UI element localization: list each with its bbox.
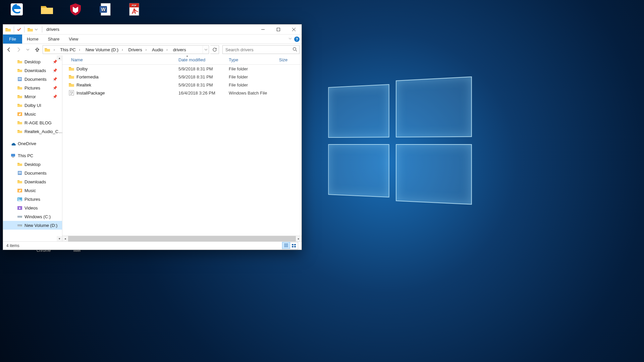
titlebar[interactable]: drivers bbox=[3, 24, 302, 35]
desktop-icon-word[interactable]: W bbox=[92, 2, 119, 18]
nav-pc-item[interactable]: Desktop bbox=[3, 160, 62, 169]
file-row[interactable]: Fortemedia5/9/2018 8:31 PMFile folder bbox=[62, 73, 302, 81]
folder-icon bbox=[17, 162, 22, 167]
scroll-down-button[interactable]: ▾ bbox=[57, 236, 62, 241]
windows-logo-bg bbox=[328, 80, 472, 208]
nav-pc-item[interactable]: Windows (C:) bbox=[3, 212, 62, 221]
chevron-down-icon[interactable] bbox=[203, 46, 209, 54]
desktop-icon-mcafee[interactable] bbox=[62, 2, 89, 18]
nav-quick-item[interactable]: Desktop📌 bbox=[3, 57, 62, 66]
nav-quick-item[interactable]: R-AGE BLOG bbox=[3, 118, 62, 127]
chevron-right-icon[interactable]: › bbox=[77, 48, 82, 52]
nav-pc-item[interactable]: Music bbox=[3, 186, 62, 195]
chevron-right-icon[interactable]: › bbox=[52, 48, 57, 52]
breadcrumb-segment[interactable]: New Volume (D:) bbox=[82, 46, 120, 54]
svg-rect-14 bbox=[12, 157, 14, 158]
nav-quick-item[interactable]: Realtek_Audio_C… bbox=[3, 127, 62, 136]
library-icon bbox=[17, 76, 22, 82]
svg-rect-31 bbox=[292, 244, 293, 245]
tab-home[interactable]: Home bbox=[22, 35, 43, 44]
folder-icon bbox=[17, 94, 22, 99]
scroll-right-button[interactable]: ▸ bbox=[296, 236, 302, 242]
nav-quick-item[interactable]: Documents📌 bbox=[3, 75, 62, 83]
file-row[interactable]: InstallPackage16/4/2018 3:26 PMWindows B… bbox=[62, 89, 302, 97]
nav-item-label: Mirror bbox=[24, 94, 36, 99]
thumbnails-view-button[interactable] bbox=[290, 242, 298, 249]
nav-pc-item[interactable]: Documents bbox=[3, 169, 62, 177]
help-button[interactable]: ? bbox=[294, 37, 300, 42]
refresh-button[interactable] bbox=[210, 45, 219, 54]
back-button[interactable] bbox=[5, 46, 13, 54]
address-bar[interactable]: › This PC › New Volume (D:) › Drivers › … bbox=[43, 45, 209, 54]
svg-rect-26 bbox=[17, 225, 22, 225]
quick-access-toolbar bbox=[3, 26, 40, 33]
file-row[interactable]: Dolby5/9/2018 8:31 PMFile folder bbox=[62, 65, 302, 73]
close-button[interactable] bbox=[286, 24, 302, 35]
desktop-icon-pdf[interactable]: PDF bbox=[121, 2, 148, 18]
minimize-button[interactable] bbox=[255, 24, 271, 35]
desktop-icon-folder[interactable] bbox=[34, 2, 60, 18]
nav-item-label: Music bbox=[24, 188, 36, 193]
column-date[interactable]: Date modified bbox=[176, 57, 226, 62]
up-button[interactable] bbox=[33, 46, 41, 54]
nav-quick-item[interactable]: Music bbox=[3, 110, 62, 118]
search-box[interactable] bbox=[222, 45, 300, 54]
desktop-icon-edge[interactable] bbox=[3, 2, 30, 18]
nav-quick-item[interactable]: Downloads📌 bbox=[3, 66, 62, 75]
tab-share[interactable]: Share bbox=[43, 35, 64, 44]
nav-item-label: Desktop bbox=[24, 59, 41, 64]
scroll-up-button[interactable]: ▴ bbox=[57, 55, 62, 61]
file-row[interactable]: Realtek5/9/2018 8:31 PMFile folder bbox=[62, 81, 302, 89]
breadcrumb-segment[interactable]: Audio bbox=[149, 46, 164, 54]
file-type: File folder bbox=[226, 74, 276, 79]
videos-icon bbox=[17, 205, 22, 210]
horizontal-scrollbar[interactable]: ◂ ▸ bbox=[62, 236, 302, 241]
chevron-down-icon[interactable] bbox=[288, 37, 292, 42]
nav-this-pc[interactable]: This PC bbox=[3, 151, 62, 160]
column-type[interactable]: Type bbox=[226, 57, 276, 62]
svg-point-8 bbox=[293, 47, 296, 50]
nav-pc-item[interactable]: Downloads bbox=[3, 177, 62, 186]
forward-button[interactable] bbox=[14, 46, 22, 54]
maximize-button[interactable] bbox=[271, 24, 286, 35]
svg-rect-23 bbox=[17, 216, 22, 217]
breadcrumb-segment[interactable]: This PC bbox=[57, 46, 77, 54]
folder-icon bbox=[17, 59, 22, 64]
nav-quick-item[interactable]: Pictures📌 bbox=[3, 83, 62, 92]
nav-item-label: Videos bbox=[24, 205, 38, 210]
search-input[interactable] bbox=[223, 47, 299, 52]
nav-pc-item[interactable]: Videos bbox=[3, 203, 62, 212]
breadcrumb-segment[interactable]: Drivers bbox=[125, 46, 144, 54]
column-size[interactable]: Size bbox=[276, 57, 297, 62]
chevron-right-icon[interactable]: › bbox=[144, 48, 149, 52]
file-name: Dolby bbox=[76, 66, 176, 71]
file-list[interactable]: Dolby5/9/2018 8:31 PMFile folderFortemed… bbox=[62, 65, 302, 236]
nav-pc-item[interactable]: New Volume (D:) bbox=[3, 221, 62, 230]
checkmark-icon[interactable] bbox=[17, 27, 21, 32]
nav-row: › This PC › New Volume (D:) › Drivers › … bbox=[3, 44, 302, 55]
tab-file[interactable]: File bbox=[3, 35, 22, 44]
tab-view[interactable]: View bbox=[64, 35, 83, 44]
nav-onedrive[interactable]: OneDrive bbox=[3, 139, 62, 148]
shield-icon bbox=[68, 2, 83, 17]
nav-pc-item[interactable]: Pictures bbox=[3, 195, 62, 203]
scroll-left-button[interactable]: ◂ bbox=[62, 236, 68, 242]
recent-dropdown-icon[interactable] bbox=[24, 46, 32, 54]
folder-icon[interactable] bbox=[27, 26, 33, 33]
chevron-right-icon[interactable]: › bbox=[164, 48, 169, 52]
svg-rect-10 bbox=[18, 78, 21, 79]
column-name[interactable]: Name bbox=[68, 57, 176, 62]
nav-quick-item[interactable]: Dolby UI bbox=[3, 101, 62, 110]
pdf-icon: PDF bbox=[127, 2, 142, 17]
nav-item-label: Documents bbox=[24, 171, 47, 176]
column-headers: Name Date modified Type Size bbox=[62, 55, 302, 65]
nav-quick-item[interactable]: Mirror📌 bbox=[3, 92, 62, 101]
breadcrumb-segment[interactable]: drivers bbox=[170, 46, 187, 54]
nav-item-label: Dolby UI bbox=[24, 103, 41, 108]
chevron-right-icon[interactable]: › bbox=[120, 48, 125, 52]
chevron-down-icon[interactable] bbox=[35, 28, 38, 31]
svg-rect-17 bbox=[18, 173, 21, 174]
details-view-button[interactable] bbox=[282, 242, 290, 249]
search-icon[interactable] bbox=[292, 47, 297, 53]
svg-rect-11 bbox=[18, 79, 21, 80]
